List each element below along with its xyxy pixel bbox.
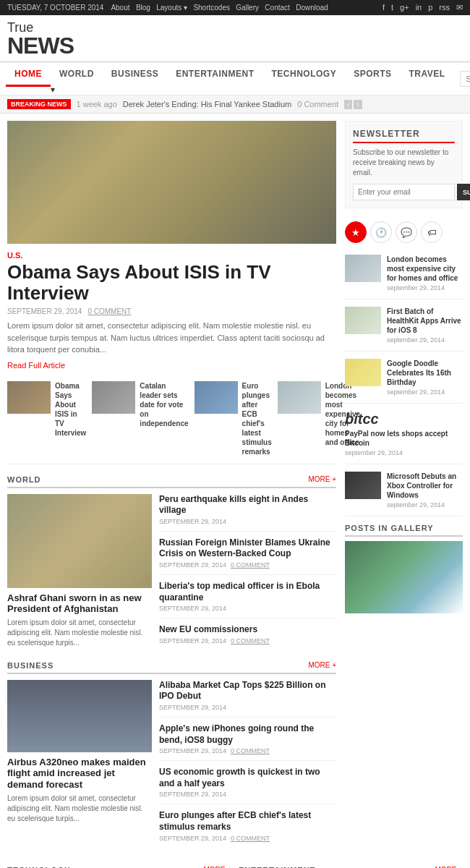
world-news-title-2[interactable]: Russian Foreign Minister Blames Ukraine …: [159, 537, 336, 560]
nav-travel[interactable]: TRAVEL: [400, 63, 453, 85]
rss-icon[interactable]: rss: [439, 3, 450, 12]
biz-news-meta-2: SEPTEMBER 29, 2014 0 COMMENT: [159, 747, 336, 754]
world-news-title-4[interactable]: New EU commissioners: [159, 624, 336, 636]
technology-more-link[interactable]: MORE +: [203, 866, 231, 868]
sidebar-thumb-1: [345, 255, 381, 282]
gallery-link[interactable]: Gallery: [236, 4, 259, 12]
sidebar: NEWSLETTER Subscribe to our newsletter t…: [336, 121, 463, 859]
sidebar-news-title-1[interactable]: London becomes most expensive city for h…: [387, 255, 463, 283]
sidebar-news-date-3: september 29, 2014: [387, 388, 463, 396]
world-section-header: WORLD MORE +: [7, 475, 336, 488]
sidebar-clock-icon[interactable]: 🕐: [370, 221, 392, 243]
biz-news-title-3[interactable]: US economic growth is quickest in two an…: [159, 767, 336, 789]
technology-section-title: TECHNOLOGY: [7, 866, 71, 868]
world-news-title-1[interactable]: Peru earthquake kills eight in Andes vil…: [159, 494, 336, 516]
world-left-title[interactable]: Ashraf Ghani sworn in as new President o…: [7, 592, 152, 615]
hero-date: SEPTEMBER 29, 2014: [7, 307, 82, 315]
sidebar-comment-icon[interactable]: 💬: [396, 221, 417, 243]
sidebar-newsletter: NEWSLETTER Subscribe to our newsletter t…: [345, 121, 463, 208]
hero-excerpt: Lorem ipsum dolor sit amet, consectetur …: [7, 320, 336, 356]
business-section: BUSINESS MORE + Airbus A320neo makes mai…: [7, 661, 336, 848]
linkedin-icon[interactable]: in: [416, 3, 422, 12]
read-more-link[interactable]: Read Full Article: [7, 361, 65, 370]
newsletter-email-input[interactable]: [353, 184, 455, 200]
sidebar-xbox-date: september 29, 2014: [387, 501, 463, 509]
thumb-item-2[interactable]: Catalan leader sets date for vote on ind…: [92, 381, 188, 456]
sidebar-thumb-3: [345, 359, 381, 386]
biz-news-item-2: Apple's new iPhones going round the bend…: [159, 723, 336, 761]
world-news-item-4: New EU commissioners SEPTEMBER 29, 2014 …: [159, 624, 336, 650]
nav-technology[interactable]: TECHNOLOGY: [262, 63, 345, 85]
thumb-strip: Obama Says About ISIS in TV Interview Ca…: [7, 381, 336, 464]
google-plus-icon[interactable]: g+: [400, 3, 409, 12]
biz-news-title-1[interactable]: Alibaba Market Cap Tops $225 Billion on …: [159, 680, 336, 702]
world-news-title-3[interactable]: Liberia's top medical officer is in Ebol…: [159, 581, 336, 603]
search-input[interactable]: [460, 71, 470, 87]
thumb-text-1: Obama Says About ISIS in TV Interview: [55, 381, 86, 456]
business-section-header: BUSINESS MORE +: [7, 661, 336, 674]
facebook-icon[interactable]: f: [383, 3, 385, 12]
breaking-text[interactable]: Derek Jeter's Ending: His Final Yankee S…: [123, 100, 291, 109]
sidebar-icons: ★ 🕐 💬 🏷: [345, 217, 463, 247]
world-more-link[interactable]: MORE +: [308, 475, 336, 483]
sidebar-news-item-2: First Batch of HealthKit Apps Arrive for…: [345, 307, 463, 352]
sidebar-xbox-title[interactable]: Microsoft Debuts an Xbox Controller for …: [387, 472, 463, 500]
entertainment-section: ENTERTAINMENT MORE + 8 Million People Wa…: [239, 866, 463, 868]
sidebar-gallery-image[interactable]: [345, 541, 463, 613]
sidebar-thumb-2: [345, 307, 381, 334]
contact-link[interactable]: Contact: [265, 4, 289, 12]
pinterest-icon[interactable]: p: [428, 3, 432, 12]
sidebar-bitcoin-title[interactable]: PayPal now lets shops accept Bitcoin: [345, 429, 463, 448]
sidebar-bookmark-icon[interactable]: ★: [345, 221, 367, 243]
main-nav: HOME WORLD ▾ BUSINESS ENTERTAINMENT TECH…: [0, 61, 470, 95]
nav-home[interactable]: HOME: [6, 63, 51, 87]
nav-entertainment[interactable]: ENTERTAINMENT: [167, 63, 262, 85]
biz-news-item-1: Alibaba Market Cap Tops $225 Billion on …: [159, 680, 336, 718]
site-header: True NEWS: [0, 15, 470, 61]
biz-left-title[interactable]: Airbus A320neo makes maiden flight amid …: [7, 757, 152, 791]
biz-news-meta-3: SEPTEMBER 29, 2014: [159, 791, 336, 798]
nav-business[interactable]: BUSINESS: [103, 63, 167, 85]
world-news-item-2: Russian Foreign Minister Blames Ukraine …: [159, 537, 336, 575]
sidebar-news-date-1: september 29, 2014: [387, 284, 463, 292]
sidebar-news-title-2[interactable]: First Batch of HealthKit Apps Arrive for…: [387, 307, 463, 335]
blog-link[interactable]: Blog: [136, 4, 150, 12]
bitcoin-logo: bitcc: [345, 411, 463, 427]
breaking-news-bar: BREAKING NEWS 1 week ago Derek Jeter's E…: [0, 95, 470, 114]
biz-left-excerpt: Lorem ipsum dolor sit amet, consectetur …: [7, 793, 152, 824]
shortcodes-link[interactable]: Shortcodes: [193, 4, 230, 12]
logo-news: NEWS: [7, 34, 74, 57]
hero-image-placeholder: [7, 121, 336, 244]
business-more-link[interactable]: MORE +: [308, 661, 336, 669]
world-section: WORLD MORE + Ashraf Ghani sworn in as ne…: [7, 475, 336, 650]
technology-section: TECHNOLOGY MORE + iPhone 6 Now Available…: [7, 866, 231, 868]
nav-world[interactable]: WORLD: [51, 63, 103, 85]
sidebar-news-item-3: Google Doodle Celebrates Its 16th Birthd…: [345, 359, 463, 404]
twitter-icon[interactable]: t: [391, 3, 393, 12]
world-news-item-3: Liberia's top medical officer is in Ebol…: [159, 581, 336, 618]
breaking-prev[interactable]: ‹: [344, 100, 352, 109]
sidebar-tag-icon[interactable]: 🏷: [421, 221, 443, 243]
hero-comment[interactable]: 0 COMMENT: [87, 307, 131, 315]
email-icon[interactable]: ✉: [456, 3, 463, 12]
newsletter-subscribe-button[interactable]: SUBSCRIBE: [457, 184, 470, 200]
layouts-link[interactable]: Layouts: [156, 4, 181, 12]
biz-news-title-4[interactable]: Euro plunges after ECB chief's latest st…: [159, 810, 336, 833]
hero-title[interactable]: Obama Says About ISIS in TV Interview: [7, 262, 336, 303]
nav-sports[interactable]: SPORTS: [345, 63, 400, 85]
about-link[interactable]: About: [111, 4, 129, 12]
biz-news-title-2[interactable]: Apple's new iPhones going round the bend…: [159, 723, 336, 746]
thumb-text-3: Euro plunges after ECB chief's latest st…: [242, 381, 272, 456]
business-content: Airbus A320neo makes maiden flight amid …: [7, 680, 336, 848]
breaking-nav: ‹ ›: [344, 100, 362, 109]
world-news-meta-3: SEPTEMBER 29, 2014: [159, 605, 336, 612]
sidebar-news-title-3[interactable]: Google Doodle Celebrates Its 16th Birthd…: [387, 359, 463, 387]
thumb-item-1[interactable]: Obama Says About ISIS in TV Interview: [7, 381, 86, 456]
thumb-text-2: Catalan leader sets date for vote on ind…: [140, 381, 188, 456]
world-content: Ashraf Ghani sworn in as new President o…: [7, 494, 336, 650]
hero-content: U.S. Obama Says About ISIS in TV Intervi…: [7, 251, 336, 370]
thumb-item-3[interactable]: Euro plunges after ECB chief's latest st…: [195, 381, 272, 456]
download-link[interactable]: Download: [296, 4, 328, 12]
entertainment-more-link[interactable]: MORE +: [435, 866, 463, 868]
breaking-next[interactable]: ›: [354, 100, 362, 109]
